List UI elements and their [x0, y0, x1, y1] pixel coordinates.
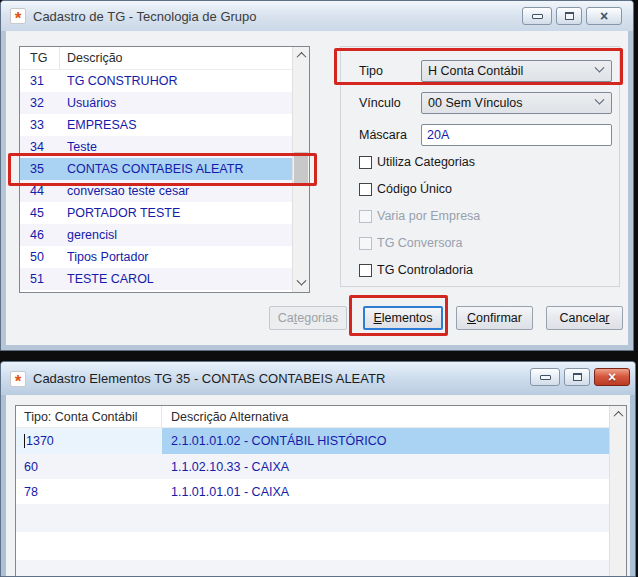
table-row-78[interactable]: 781.1.01.01.01 - CAIXA	[16, 479, 609, 504]
minimize-button[interactable]	[530, 368, 560, 386]
app-logo-icon: *	[10, 371, 26, 387]
tipo-label: Tipo	[359, 64, 383, 78]
checkbox-label: Utiliza Categorias	[377, 155, 475, 169]
list-row-34[interactable]: 34Teste	[20, 136, 292, 158]
table-row-1370[interactable]: 13702.1.01.01.02 - CONTÁBIL HISTÓRICO	[16, 428, 609, 454]
empty-row	[16, 560, 609, 577]
scrollbar-thumb[interactable]	[294, 152, 308, 184]
checkbox-tg-controladoria[interactable]: TG Controladoria	[359, 263, 473, 277]
minimize-button[interactable]	[522, 7, 552, 25]
chevron-up-icon	[613, 411, 623, 421]
elementos-table-rows: 13702.1.01.01.02 - CONTÁBIL HISTÓRICO601…	[16, 428, 609, 577]
tg-cell: 34	[20, 140, 60, 154]
checkbox-varia-por-empresa: Varia por Empresa	[359, 209, 480, 223]
tg-cell: 31	[20, 74, 60, 88]
list-row-44[interactable]: 44conversao teste cesar	[20, 180, 292, 202]
list-row-33[interactable]: 33EMPRESAS	[20, 114, 292, 136]
tipo-value: H Conta Contábil	[428, 64, 523, 78]
descricao-cell: Usuários	[60, 96, 292, 110]
vinculo-label: Vínculo	[359, 96, 401, 110]
scroll-up-button[interactable]	[293, 48, 309, 63]
list-row-35[interactable]: 35CONTAS CONTABEIS ALEATR	[20, 158, 292, 180]
descricao-cell: EMPRESAS	[60, 118, 292, 132]
elementos-table: Tipo: Conta Contábil Descrição Alternati…	[15, 405, 627, 577]
codigo-cell[interactable]: 78	[16, 479, 162, 504]
tg-cell: 51	[20, 272, 60, 286]
vinculo-select[interactable]: 00 Sem Vínculos	[421, 92, 612, 114]
descricao-cell: TESTE CAROL	[60, 272, 292, 286]
checkbox-box-icon	[359, 210, 372, 223]
categorias-button[interactable]: Categorias	[269, 306, 347, 330]
close-button[interactable]: ×	[586, 7, 622, 25]
client-area: Tipo: Conta Contábil Descrição Alternati…	[6, 395, 630, 576]
list-row-31[interactable]: 31TG CONSTRUHOR	[20, 70, 292, 92]
tg-list-scrollbar[interactable]	[292, 47, 309, 292]
descricao-cell: TG CONSTRUHOR	[60, 74, 292, 88]
elementos-button[interactable]: Elementos	[363, 306, 443, 330]
tipo-select[interactable]: H Conta Contábil	[421, 60, 612, 82]
confirmar-button[interactable]: Confirmar	[456, 306, 533, 330]
elementos-table-header[interactable]: Tipo: Conta Contábil Descrição Alternati…	[16, 406, 609, 428]
maximize-icon	[565, 12, 574, 20]
empty-row	[16, 504, 609, 532]
descricao-alternativa-cell[interactable]: 1.1.01.01.01 - CAIXA	[162, 479, 609, 504]
list-row-46[interactable]: 46gerencisl	[20, 224, 292, 246]
tg-list-header[interactable]: TG Descrição	[20, 47, 292, 70]
chevron-down-icon	[595, 95, 605, 105]
tg-cell: 32	[20, 96, 60, 110]
minimize-icon	[540, 375, 551, 380]
tg-cell: 33	[20, 118, 60, 132]
checkbox-box-icon[interactable]	[359, 156, 372, 169]
cancelar-button[interactable]: Cancelar	[546, 306, 623, 330]
close-button[interactable]: ×	[594, 368, 630, 386]
checkbox-codigo-unico[interactable]: Código Único	[359, 182, 452, 196]
checkbox-box-icon	[359, 237, 372, 250]
chevron-down-icon	[595, 63, 605, 73]
column-header-tg[interactable]: TG	[20, 47, 60, 69]
descricao-cell: Tipos Portador	[60, 250, 292, 264]
codigo-cell[interactable]: 60	[16, 454, 162, 479]
window-title: Cadastro Elementos TG 35 - CONTAS CONTAB…	[33, 371, 385, 386]
title-bar[interactable]: * Cadastro de TG - Tecnologia de Grupo ×	[1, 1, 633, 31]
descricao-cell: CONTAS CONTABEIS ALEATR	[60, 162, 292, 176]
descricao-cell: PORTADOR TESTE	[60, 206, 292, 220]
list-row-32[interactable]: 32Usuários	[20, 92, 292, 114]
list-row-45[interactable]: 45PORTADOR TESTE	[20, 202, 292, 224]
descricao-alternativa-cell[interactable]: 2.1.01.01.02 - CONTÁBIL HISTÓRICO	[162, 428, 609, 454]
descricao-alternativa-cell[interactable]: 1.1.02.10.33 - CAIXA	[162, 454, 609, 479]
title-bar[interactable]: * Cadastro Elementos TG 35 - CONTAS CONT…	[1, 362, 635, 395]
close-icon: ×	[608, 371, 616, 383]
tg-list-rows: 31TG CONSTRUHOR32Usuários33EMPRESAS34Tes…	[20, 70, 292, 292]
scroll-up-button[interactable]	[610, 407, 626, 422]
vinculo-value: 00 Sem Vínculos	[428, 96, 523, 110]
maximize-button[interactable]	[564, 368, 590, 386]
list-row-51[interactable]: 51TESTE CAROL	[20, 268, 292, 290]
checkbox-utiliza-categorias[interactable]: Utiliza Categorias	[359, 155, 475, 169]
column-header-tipo-conta[interactable]: Tipo: Conta Contábil	[16, 406, 162, 427]
scroll-down-button[interactable]	[293, 276, 309, 291]
checkbox-tg-conversora: TG Conversora	[359, 236, 462, 250]
cadastro-tg-window: * Cadastro de TG - Tecnologia de Grupo ×…	[0, 0, 634, 351]
list-row-50[interactable]: 50Tipos Portador	[20, 246, 292, 268]
descricao-cell: Teste	[60, 140, 292, 154]
table-row-60[interactable]: 601.1.02.10.33 - CAIXA	[16, 454, 609, 479]
tg-cell: 45	[20, 206, 60, 220]
elementos-scrollbar[interactable]	[609, 406, 626, 577]
maximize-button[interactable]	[556, 7, 582, 25]
client-area: TG Descrição 31TG CONSTRUHOR32Usuários33…	[6, 31, 628, 345]
column-header-descricao-alternativa[interactable]: Descrição Alternativa	[162, 410, 609, 424]
checkbox-box-icon[interactable]	[359, 264, 372, 277]
tg-cell: 46	[20, 228, 60, 242]
codigo-cell[interactable]: 1370	[16, 428, 162, 454]
checkbox-label: TG Conversora	[377, 236, 462, 250]
column-header-descricao[interactable]: Descrição	[60, 51, 292, 65]
button-row: CategoriasElementosConfirmarCancelar	[6, 306, 628, 330]
window-title: Cadastro de TG - Tecnologia de Grupo	[33, 9, 257, 24]
checkbox-box-icon[interactable]	[359, 183, 372, 196]
mascara-input[interactable]	[421, 124, 612, 146]
tg-cell: 35	[20, 162, 60, 176]
close-icon: ×	[600, 10, 608, 22]
tg-cell: 44	[20, 184, 60, 198]
minimize-icon	[532, 14, 543, 19]
tg-form-panel: Tipo H Conta Contábil Vínculo 00 Sem Vín…	[340, 46, 620, 287]
